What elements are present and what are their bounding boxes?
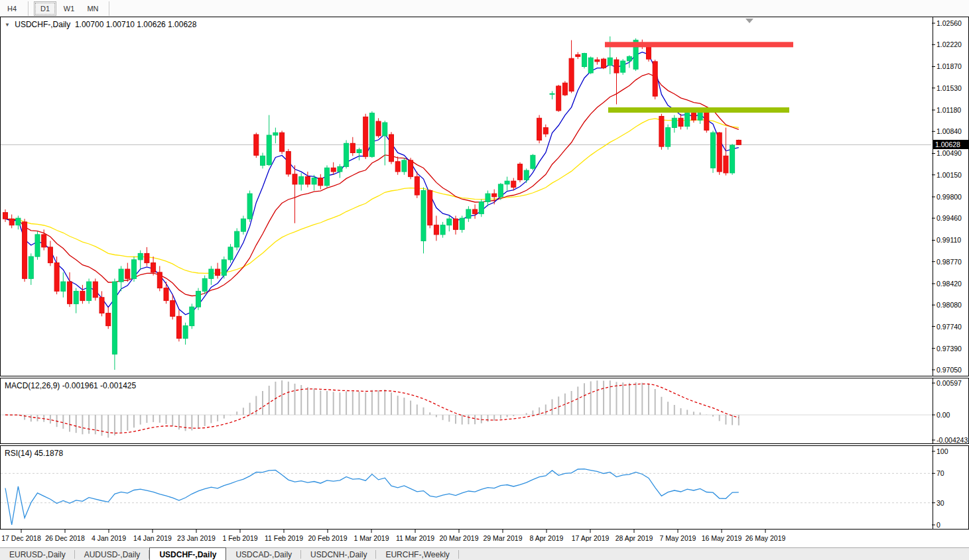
terminal-window: H4 D1 W1 MN ▼ USDCHF-,Daily 1.00700 1.00… (0, 0, 969, 560)
chart-tab-bar: EURUSD-,Daily AUDUSD-,Daily USDCHF-,Dail… (0, 547, 969, 560)
current-price-tag: 1.00628 (933, 140, 969, 149)
date-axis-label: 16 May 2019 (702, 534, 742, 542)
price-chart-panel[interactable] (0, 17, 969, 376)
date-axis-label: 4 Jan 2019 (92, 534, 126, 542)
price-axis-label: 0.98420 (937, 280, 962, 288)
date-axis-label: 17 Apr 2019 (572, 534, 610, 542)
price-axis-label: 1.01530 (937, 84, 962, 92)
tab-usdchf-daily[interactable]: USDCHF-,Daily (149, 547, 226, 560)
tab-eurusd-daily[interactable]: EURUSD-,Daily (0, 548, 75, 560)
price-axis-divider (933, 17, 933, 376)
price-axis-label: 0.99460 (937, 214, 962, 222)
price-axis-label: 0.99110 (937, 236, 961, 244)
date-axis-label: 14 Jan 2019 (133, 534, 172, 542)
date-axis-label: 1 Mar 2019 (354, 534, 389, 542)
macd-axis-label: 0.00597 (937, 379, 962, 387)
date-axis-label: 20 Mar 2019 (440, 534, 479, 542)
timeframe-button-w1[interactable]: W1 (58, 1, 80, 16)
rsi-label: RSI(14) 45.1878 (5, 449, 63, 458)
price-axis-label: 1.00150 (937, 171, 962, 179)
toolbar-separator (109, 1, 110, 16)
price-axis-label: 1.00490 (937, 149, 962, 157)
date-axis-label: 29 Mar 2019 (484, 534, 523, 542)
rsi-axis-label: 30 (937, 499, 944, 507)
rsi-axis-label: 100 (937, 447, 948, 455)
timeframe-button-mn[interactable]: MN (82, 1, 104, 16)
tab-eurchf-weekly[interactable]: EURCHF-,Weekly (376, 548, 458, 560)
date-axis-label: 23 Jan 2019 (177, 534, 216, 542)
date-axis-label: 1 Feb 2019 (222, 534, 257, 542)
date-axis-label: 26 May 2019 (745, 534, 786, 542)
timeframe-button-d1[interactable]: D1 (34, 1, 56, 16)
macd-axis-divider (933, 378, 933, 443)
rsi-axis-label: 0 (937, 521, 940, 529)
toolbar-separator (28, 1, 29, 16)
timeframe-toolbar: H4 D1 W1 MN (0, 0, 969, 17)
chart-ohlc-values: 1.00700 1.00710 1.00626 1.00628 (75, 20, 197, 29)
chart-title: ▼ USDCHF-,Daily 1.00700 1.00710 1.00626 … (5, 20, 196, 29)
date-axis-label: 8 Apr 2019 (530, 534, 564, 542)
rsi-axis-divider (933, 446, 933, 529)
tab-usdcad-daily[interactable]: USDCAD-,Daily (226, 548, 301, 560)
price-axis-label: 0.98770 (937, 258, 962, 266)
price-axis-label: 1.01870 (937, 62, 962, 70)
date-axis-label: 17 Dec 2018 (1, 534, 41, 542)
price-axis-label: 0.98080 (937, 301, 962, 309)
date-axis-label: 7 May 2019 (660, 534, 696, 542)
macd-axis-label: -0.004243 (937, 436, 968, 444)
date-axis-label: 11 Mar 2019 (396, 534, 434, 542)
chart-symbol-label: USDCHF-,Daily (15, 20, 70, 29)
date-axis-label: 28 Apr 2019 (615, 534, 653, 542)
rsi-axis-label: 70 (937, 469, 944, 477)
macd-label: MACD(12,26,9) -0.001961 -0.001425 (5, 381, 136, 390)
timeframe-button-h4[interactable]: H4 (1, 1, 23, 16)
date-axis-label: 20 Feb 2019 (308, 534, 348, 542)
chevron-down-icon: ▼ (5, 22, 10, 28)
rsi-panel[interactable] (0, 445, 969, 530)
price-axis-label: 0.97050 (937, 366, 962, 374)
macd-axis-label: 0.00 (937, 411, 950, 419)
tab-audusd-daily[interactable]: AUDUSD-,Daily (75, 548, 150, 560)
tab-usdcnh-daily[interactable]: USDCNH-,Daily (301, 548, 376, 560)
date-axis-label: 26 Dec 2018 (45, 534, 85, 542)
price-axis-label: 1.00840 (937, 127, 962, 135)
macd-panel[interactable] (0, 378, 969, 444)
price-axis-label: 1.02560 (937, 19, 962, 27)
price-axis-label: 0.99800 (937, 193, 962, 201)
price-axis-label: 0.97740 (937, 323, 962, 331)
price-axis-label: 1.01180 (937, 106, 961, 114)
price-axis-label: 1.02220 (937, 40, 962, 48)
date-axis-label: 11 Feb 2019 (265, 534, 303, 542)
price-axis-label: 0.97390 (937, 345, 962, 353)
